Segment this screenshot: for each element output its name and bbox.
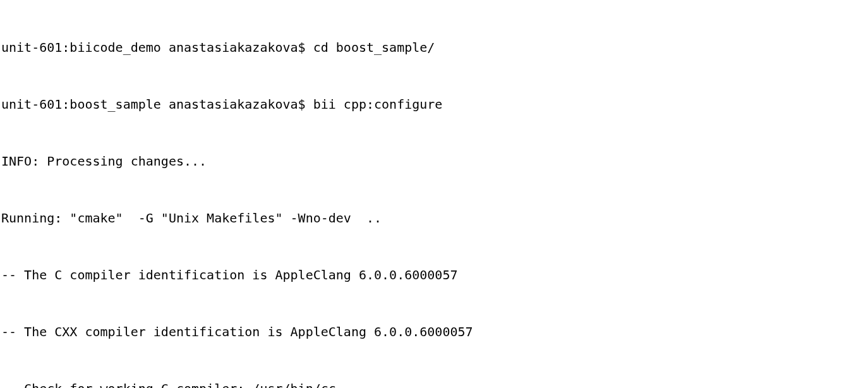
terminal-output: -- Check for working C compiler: /usr/bi… [1,379,867,388]
command: cd boost_sample/ [313,40,435,55]
prompt: unit-601:biicode_demo anastasiakazakova$ [1,40,313,55]
command: bii cpp:configure [313,97,443,112]
terminal-output: INFO: Processing changes... [1,152,867,171]
terminal-output: -- The C compiler identification is Appl… [1,265,867,284]
terminal-output: Running: "cmake" -G "Unix Makefiles" -Wn… [1,209,867,227]
terminal-window[interactable]: unit-601:biicode_demo anastasiakazakova$… [0,0,868,388]
terminal-output: -- The CXX compiler identification is Ap… [1,322,867,341]
terminal-line: unit-601:boost_sample anastasiakazakova$… [1,95,867,114]
terminal-line: unit-601:biicode_demo anastasiakazakova$… [1,38,867,57]
prompt: unit-601:boost_sample anastasiakazakova$ [1,97,313,112]
